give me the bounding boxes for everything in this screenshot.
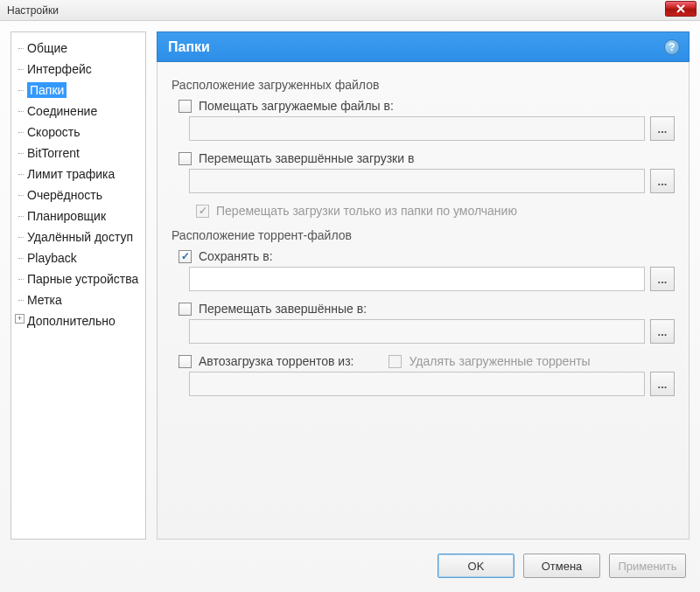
sidebar-item-traffic-limit[interactable]: Лимит трафика [15,164,142,185]
checkbox-move-only-default [196,205,209,218]
label-save-torrents-in: Сохранять в: [199,249,273,263]
label-move-completed-torrents: Перемещать завершённые в: [199,302,367,316]
label-move-only-default: Перемещать загрузки только из папки по у… [216,204,517,218]
titlebar: Настройки [0,0,700,21]
ok-button[interactable]: OK [438,554,514,578]
input-move-completed-torrents-path[interactable] [189,319,645,344]
browse-save-torrents-button[interactable]: ... [650,267,675,291]
section-downloaded-files-title: Расположение загруженных файлов [172,78,675,92]
checkbox-autoload-torrents[interactable] [178,355,192,368]
close-button[interactable] [665,1,696,17]
section-torrent-files-title: Расположение торрент-файлов [172,228,675,242]
sidebar-item-general[interactable]: Общие [15,38,142,59]
dialog-footer: OK Отмена Применить [0,543,700,592]
sidebar-item-interface[interactable]: Интерфейс [15,59,142,80]
panel-title: Папки [168,39,210,55]
label-put-downloads-in: Помещать загружаемые файлы в: [199,99,394,113]
checkbox-save-torrents-in[interactable] [178,250,192,263]
label-autoload-torrents: Автозагрузка торрентов из: [199,354,354,368]
sidebar-item-paired-devices[interactable]: Парные устройства [15,268,142,289]
sidebar-item-label[interactable]: Метка [15,289,142,310]
checkbox-delete-loaded-torrents [388,355,402,368]
browse-move-completed-button[interactable]: ... [650,169,675,193]
plus-icon[interactable]: + [15,314,24,324]
panel-body: Расположение загруженных файлов Помещать… [157,62,690,540]
sidebar-item-advanced[interactable]: + Дополнительно [15,310,142,331]
browse-move-completed-torrents-button[interactable]: ... [650,319,675,344]
browse-autoload-button[interactable]: ... [650,372,675,396]
sidebar-item-remote[interactable]: Удалённый доступ [15,226,142,247]
apply-button[interactable]: Применить [609,554,686,578]
sidebar-item-bittorrent[interactable]: BitTorrent [15,143,142,164]
settings-panel: Папки ? Расположение загруженных файлов … [157,31,690,540]
sidebar-item-queue[interactable]: Очерёдность [15,185,142,205]
category-sidebar: Общие Интерфейс Папки Соединение Скорост… [10,31,146,540]
input-save-torrents-path[interactable] [189,267,645,291]
sidebar-item-speed[interactable]: Скорость [15,122,142,143]
settings-window: Настройки Общие Интерфейс Папки Соединен… [0,0,700,592]
panel-header: Папки ? [157,31,690,62]
input-autoload-path[interactable] [189,372,645,396]
sidebar-item-folders[interactable]: Папки [15,80,142,101]
sidebar-item-playback[interactable]: Playback [15,247,142,268]
sidebar-item-connection[interactable]: Соединение [15,101,142,122]
input-put-downloads-path[interactable] [189,116,645,141]
checkbox-put-downloads-in[interactable] [178,100,192,113]
cancel-button[interactable]: Отмена [523,554,600,578]
close-icon [676,4,686,13]
help-icon[interactable]: ? [664,39,680,55]
checkbox-move-completed-torrents[interactable] [178,303,192,316]
label-move-completed: Перемещать завершённые загрузки в [199,151,414,165]
sidebar-item-scheduler[interactable]: Планировщик [15,205,142,226]
browse-put-downloads-button[interactable]: ... [650,116,675,141]
checkbox-move-completed[interactable] [178,152,192,165]
window-title: Настройки [4,4,59,17]
label-delete-loaded-torrents: Удалять загруженные торренты [409,354,590,368]
input-move-completed-path[interactable] [189,169,645,193]
